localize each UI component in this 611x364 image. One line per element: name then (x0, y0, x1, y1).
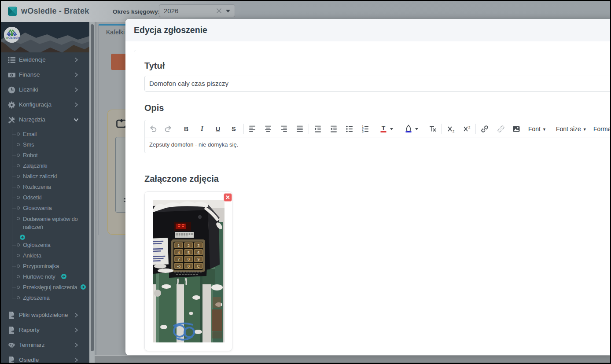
svg-text:1: 1 (177, 243, 180, 248)
svg-text:0: 0 (188, 264, 190, 268)
svg-text:5: 5 (188, 250, 190, 255)
svg-text:4: 4 (177, 250, 180, 255)
svg-text:-o: -o (177, 264, 180, 268)
svg-text:T: T (382, 125, 386, 132)
svg-text:3: 3 (197, 243, 199, 248)
svg-text:7: 7 (177, 257, 180, 261)
svg-text:9: 9 (197, 257, 199, 261)
svg-text:2: 2 (453, 129, 455, 133)
svg-text:2: 2 (468, 125, 471, 129)
svg-text:Osiedle: Osiedle (8, 36, 20, 40)
svg-text:2: 2 (188, 243, 190, 248)
svg-text:C: C (197, 264, 200, 268)
svg-text:6: 6 (197, 250, 199, 255)
svg-text:8: 8 (188, 257, 190, 261)
svg-text:3: 3 (362, 130, 364, 133)
